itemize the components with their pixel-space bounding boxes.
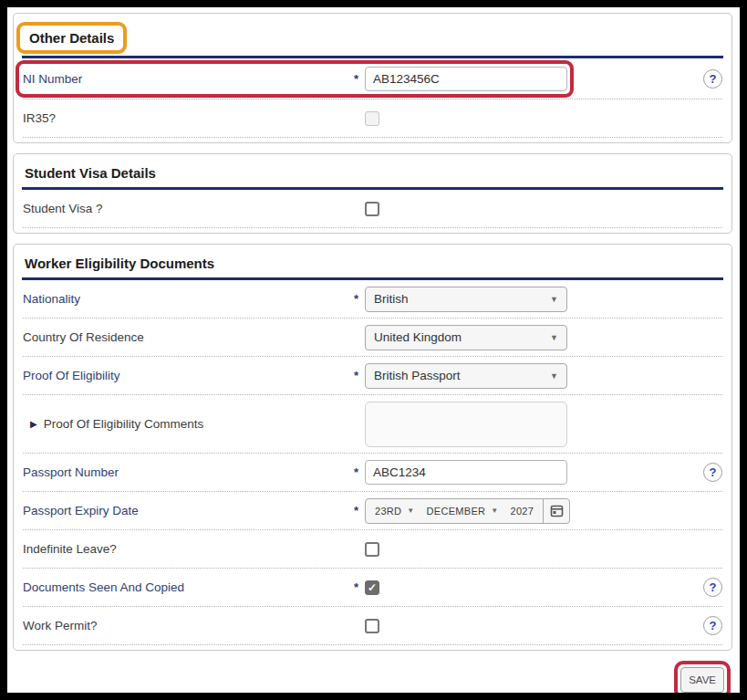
- calendar-icon: [550, 504, 564, 517]
- chevron-down-icon: ▼: [491, 507, 498, 515]
- row-student-visa: Student Visa ?: [23, 190, 722, 228]
- section-header-other-details: Other Details: [14, 14, 731, 54]
- section-other-details: Other Details NI Number * ? IR35?: [13, 13, 732, 143]
- required-asterisk: *: [345, 580, 365, 594]
- required-asterisk: *: [345, 465, 365, 479]
- annotation-orange-box: Other Details: [16, 22, 127, 54]
- collapsed-arrow-icon[interactable]: ▶: [30, 419, 37, 429]
- row-proof-of-eligibility: Proof Of Eligibility * British Passport …: [23, 357, 722, 395]
- proof-of-eligibility-select-value: British Passport: [374, 369, 461, 382]
- row-nationality: Nationality * British ▼: [23, 280, 722, 319]
- section-header-worker-eligibility: Worker Eligibility Documents: [14, 245, 731, 276]
- row-work-permit: Work Permit? ?: [23, 607, 722, 645]
- help-icon[interactable]: ?: [703, 578, 722, 597]
- country-of-residence-select-value: United Kingdom: [374, 330, 462, 344]
- country-of-residence-label: Country Of Residence: [23, 330, 345, 344]
- row-documents-seen-and-copied: Documents Seen And Copied * ✓ ?: [23, 569, 722, 607]
- nationality-select[interactable]: British ▼: [365, 287, 567, 312]
- row-passport-expiry-date: Passport Expiry Date * 23RD ▼ DECEMBER ▼: [23, 492, 722, 530]
- documents-seen-and-copied-label: Documents Seen And Copied: [23, 580, 345, 594]
- required-asterisk: *: [345, 504, 365, 517]
- chevron-down-icon: ▼: [407, 507, 414, 515]
- documents-seen-and-copied-checkbox[interactable]: ✓: [365, 580, 379, 595]
- year-value[interactable]: 2027: [511, 506, 534, 517]
- passport-number-input[interactable]: [365, 460, 567, 485]
- section-student-visa: Student Visa Details Student Visa ?: [13, 153, 732, 234]
- indefinite-leave-checkbox[interactable]: [365, 542, 379, 557]
- country-of-residence-select[interactable]: United Kingdom ▼: [365, 325, 567, 350]
- date-picker: 23RD ▼ DECEMBER ▼ 2027: [365, 498, 544, 524]
- help-icon[interactable]: ?: [703, 463, 722, 482]
- passport-expiry-date-group: 23RD ▼ DECEMBER ▼ 2027: [365, 498, 570, 524]
- passport-number-label: Passport Number: [23, 465, 345, 479]
- ir35-checkbox[interactable]: [365, 111, 379, 126]
- save-row: SAVE: [13, 661, 732, 699]
- nationality-select-value: British: [374, 292, 409, 306]
- proof-of-eligibility-label: Proof Of Eligibility: [23, 369, 345, 382]
- day-select[interactable]: 23RD ▼: [375, 506, 415, 517]
- save-button[interactable]: SAVE: [680, 667, 724, 693]
- proof-of-eligibility-comments-textarea[interactable]: [365, 402, 567, 447]
- section-title-student-visa: Student Visa Details: [23, 161, 158, 185]
- work-permit-label: Work Permit?: [23, 619, 345, 632]
- required-asterisk: *: [345, 292, 365, 306]
- row-proof-of-eligibility-comments: ▶ Proof Of Eligibility Comments: [23, 395, 722, 454]
- row-passport-number: Passport Number * ?: [23, 454, 722, 492]
- page-content: Other Details NI Number * ? IR35?: [7, 7, 740, 699]
- annotation-red-box: SAVE: [674, 661, 731, 699]
- proof-of-eligibility-select[interactable]: British Passport ▼: [365, 363, 567, 389]
- month-select[interactable]: DECEMBER ▼: [427, 506, 499, 517]
- row-country-of-residence: Country Of Residence United Kingdom ▼: [23, 319, 722, 357]
- section-worker-eligibility: Worker Eligibility Documents Nationality…: [13, 244, 732, 651]
- section-title-worker-eligibility: Worker Eligibility Documents: [23, 251, 216, 276]
- passport-expiry-date-label: Passport Expiry Date: [23, 504, 345, 517]
- proof-of-eligibility-comments-label-wrap: ▶ Proof Of Eligibility Comments: [23, 417, 345, 431]
- student-visa-checkbox[interactable]: [365, 202, 379, 216]
- ni-number-input[interactable]: [365, 67, 567, 91]
- required-asterisk: *: [345, 369, 365, 382]
- row-ni-number: NI Number * ?: [23, 58, 722, 99]
- row-indefinite-leave: Indefinite Leave?: [23, 530, 722, 569]
- help-icon[interactable]: ?: [703, 616, 722, 635]
- row-ir35: IR35?: [23, 99, 722, 138]
- checkmark-icon: ✓: [368, 581, 377, 594]
- student-visa-label: Student Visa ?: [23, 202, 345, 215]
- calendar-button[interactable]: [543, 498, 570, 524]
- day-select-value: 23RD: [375, 506, 401, 517]
- chevron-down-icon: ▼: [550, 371, 558, 381]
- indefinite-leave-label: Indefinite Leave?: [23, 542, 345, 556]
- ir35-label: IR35?: [23, 111, 345, 125]
- ni-number-label: NI Number: [23, 72, 345, 86]
- required-asterisk: *: [345, 72, 365, 86]
- section-title-other-details: Other Details: [27, 26, 116, 50]
- chevron-down-icon: ▼: [550, 295, 558, 304]
- help-icon[interactable]: ?: [703, 69, 722, 89]
- work-permit-checkbox[interactable]: [365, 619, 379, 633]
- month-select-value: DECEMBER: [427, 506, 486, 517]
- chevron-down-icon: ▼: [550, 333, 558, 342]
- nationality-label: Nationality: [23, 292, 345, 306]
- proof-of-eligibility-comments-label: Proof Of Eligibility Comments: [44, 417, 204, 431]
- section-header-student-visa: Student Visa Details: [14, 154, 731, 185]
